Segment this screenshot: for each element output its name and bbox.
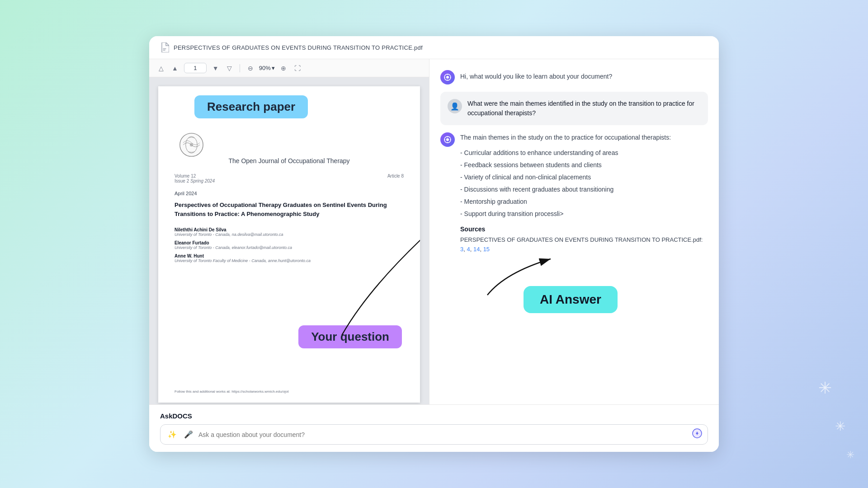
article-number: Article 8 [387, 174, 404, 183]
ai-response-intro: The main themes in the study on the to p… [460, 132, 708, 142]
first-page-button[interactable]: △ [156, 63, 166, 73]
last-page-button[interactable]: ▽ [225, 63, 234, 73]
greeting-text: Hi, what would you like to learn about y… [460, 70, 612, 80]
deco-star-2: ✳ [835, 419, 845, 434]
research-paper-badge: Research paper [194, 95, 308, 118]
title-bar: PERSPECTIVES OF GRADUATES ON EVENTS DURI… [149, 36, 719, 59]
theme-3: - Variety of clinical and non-clinical p… [460, 171, 708, 183]
microphone-button[interactable]: 🎤 [182, 428, 195, 441]
author-block-1: Nileththi Achini De Silva University of … [175, 227, 404, 237]
sources-section: Sources PERSPECTIVES OF GRADUATES ON EVE… [460, 225, 708, 254]
zoom-in-button[interactable]: ⊕ [278, 63, 288, 73]
zoom-display: 90% ▾ [259, 65, 275, 71]
pdf-content: Research paper The Open [149, 77, 429, 404]
source-link-15[interactable]: 15 [483, 246, 490, 253]
document-title: PERSPECTIVES OF GRADUATES ON EVENTS DURI… [174, 44, 423, 51]
article-date: April 2024 [175, 191, 404, 196]
author-name-3: Anne W. Hunt [175, 253, 404, 258]
svg-point-7 [446, 138, 449, 141]
expand-button[interactable]: ⛶ [292, 63, 303, 73]
main-card: PERSPECTIVES OF GRADUATES ON EVENTS DURI… [149, 36, 719, 452]
journal-name: The Open Journal of Occupational Therapy [175, 157, 404, 164]
bot-avatar-icon [440, 70, 455, 84]
author-block-3: Anne W. Hunt University of Toronto Facul… [175, 253, 404, 263]
pdf-file-icon [160, 42, 169, 52]
source-link-3[interactable]: 3 [460, 246, 463, 253]
app-name-label: AskDOCS [160, 412, 708, 420]
ai-response-block: The main themes in the study on the to p… [440, 132, 708, 313]
source-link-14[interactable]: 14 [473, 246, 480, 253]
issue-text: Issue 2 Spring 2024 [175, 178, 215, 183]
author-affil-1: University of Toronto - Canada, na.desil… [175, 232, 404, 237]
follow-text: Follow this and additional works at: htt… [175, 389, 404, 394]
svg-point-2 [190, 143, 193, 146]
volume-text: Volume 12 [175, 174, 215, 178]
sources-label: Sources [460, 225, 708, 233]
source-link-4[interactable]: 4 [467, 246, 470, 253]
bot-greeting: Hi, what would you like to learn about y… [440, 70, 708, 84]
theme-6: - Support during transition processli> [460, 208, 708, 220]
pdf-page: Research paper The Open [158, 86, 420, 403]
ai-response-content: The main themes in the study on the to p… [460, 132, 708, 313]
deco-star-3: ✳ [846, 449, 854, 461]
author-affil-2: University of Toronto - Canada, eleanor.… [175, 245, 404, 250]
sources-filename: PERSPECTIVES OF GRADUATES ON EVENTS DURI… [460, 236, 703, 243]
content-area: △ ▲ ▼ ▽ ⊖ 90% ▾ ⊕ ⛶ Research paper [149, 59, 719, 404]
pdf-panel: △ ▲ ▼ ▽ ⊖ 90% ▾ ⊕ ⛶ Research paper [149, 59, 429, 404]
your-question-badge: Your question [298, 325, 402, 348]
article-title: Perspectives of Occupational Therapy Gra… [175, 201, 404, 218]
question-input[interactable] [198, 431, 689, 438]
user-avatar-icon: 👤 [448, 99, 462, 113]
journal-crest-icon [179, 132, 204, 157]
ai-bot-avatar-icon [440, 132, 455, 147]
theme-1: - Curricular additions to enhance unders… [460, 147, 708, 159]
journal-logo-area [175, 132, 404, 157]
ai-answer-badge: AI Answer [524, 286, 618, 313]
user-question-text: What were the main themes identified in … [467, 99, 701, 118]
toolbar-divider [240, 64, 240, 72]
author-name-1: Nileththi Achini De Silva [175, 227, 404, 232]
send-button[interactable] [692, 428, 702, 441]
theme-2: - Feedback sessions between students and… [460, 159, 708, 171]
next-page-button[interactable]: ▼ [210, 63, 221, 73]
theme-4: - Discussions with recent graduates abou… [460, 183, 708, 196]
volume-info: Volume 12 Issue 2 Spring 2024 Article 8 [175, 174, 404, 183]
chat-panel: Hi, what would you like to learn about y… [429, 59, 719, 404]
bottom-bar: AskDOCS ✨ 🎤 [149, 404, 719, 452]
user-message-block: 👤 What were the main themes identified i… [440, 92, 708, 125]
deco-star-1: ✳ [818, 379, 832, 398]
author-affil-3: University of Toronto Faculty of Medicin… [175, 258, 404, 263]
pdf-toolbar: △ ▲ ▼ ▽ ⊖ 90% ▾ ⊕ ⛶ [149, 59, 429, 77]
question-input-row: ✨ 🎤 [160, 424, 708, 445]
zoom-out-button[interactable]: ⊖ [245, 63, 255, 73]
author-block-2: Eleanor Furtado University of Toronto - … [175, 240, 404, 250]
prev-page-button[interactable]: ▲ [170, 63, 180, 73]
theme-5: - Mentorship graduation [460, 196, 708, 208]
author-name-2: Eleanor Furtado [175, 240, 404, 245]
ai-themes-list: - Curricular additions to enhance unders… [460, 147, 708, 220]
svg-point-5 [446, 76, 449, 79]
ai-answer-badge-container: AI Answer [460, 282, 708, 313]
page-number-input[interactable] [184, 63, 207, 73]
magic-wand-button[interactable]: ✨ [166, 428, 179, 441]
sources-text: PERSPECTIVES OF GRADUATES ON EVENTS DURI… [460, 235, 708, 254]
